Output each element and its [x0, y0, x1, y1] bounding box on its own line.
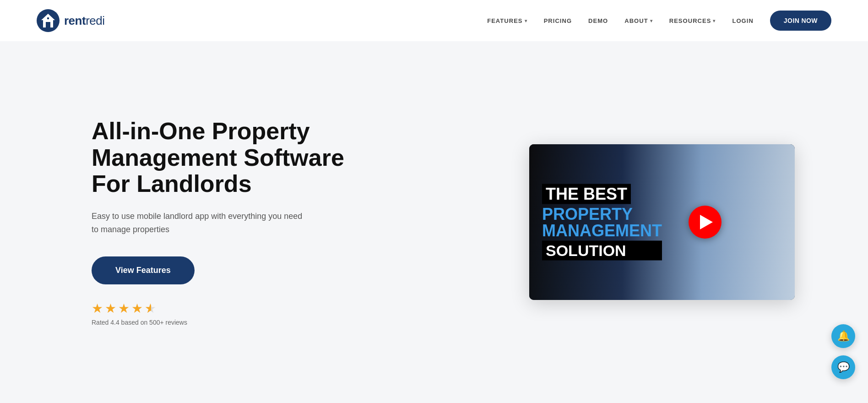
video-text-overlay: THE BEST PROPERTY MANAGEMENT SOLUTION	[542, 184, 662, 261]
header: rentredi FEATURES ▾ PRICING DEMO ABOUT ▾…	[0, 0, 868, 41]
nav-item-login[interactable]: LOGIN	[732, 17, 753, 24]
logo-icon	[37, 9, 60, 32]
hero-video[interactable]: THE BEST PROPERTY MANAGEMENT SOLUTION	[529, 144, 795, 300]
nav-item-features[interactable]: FEATURES ▾	[487, 17, 527, 24]
rating-text: Rated 4.4 based on 500+ reviews	[92, 319, 348, 326]
star-2: ★	[105, 301, 116, 316]
video-thumbnail[interactable]: THE BEST PROPERTY MANAGEMENT SOLUTION	[529, 144, 795, 300]
main-nav: FEATURES ▾ PRICING DEMO ABOUT ▾ RESOURCE…	[487, 11, 831, 31]
star-3: ★	[118, 301, 130, 316]
notification-float-button[interactable]: 🔔	[831, 324, 855, 348]
hero-subtext: Easy to use mobile landlord app with eve…	[92, 210, 311, 236]
video-line4: SOLUTION	[542, 241, 662, 261]
video-line3: MANAGEMENT	[542, 223, 662, 239]
chat-icon: 💬	[837, 361, 850, 373]
nav-item-demo[interactable]: DEMO	[588, 17, 608, 24]
play-icon	[700, 215, 713, 229]
chat-float-button[interactable]: 💬	[831, 355, 855, 379]
hero-heading: All-in-One Property Management Software …	[92, 118, 348, 197]
star-half: ★	[145, 301, 156, 316]
logo-text: rentredi	[64, 14, 104, 28]
view-features-button[interactable]: View Features	[92, 256, 195, 284]
chevron-down-icon: ▾	[525, 18, 527, 23]
svg-rect-3	[47, 17, 49, 19]
video-line2: PROPERTY	[542, 206, 662, 223]
svg-rect-2	[46, 22, 50, 27]
video-play-button[interactable]	[689, 206, 722, 239]
chevron-down-icon: ▾	[650, 18, 653, 23]
hero-section: All-in-One Property Management Software …	[0, 41, 868, 403]
nav-item-resources[interactable]: RESOURCES ▾	[669, 17, 716, 24]
star-4: ★	[131, 301, 143, 316]
rating-section: ★ ★ ★ ★ ★ Rated 4.4 based on 500+ review…	[92, 301, 348, 326]
star-rating: ★ ★ ★ ★ ★	[92, 301, 348, 316]
video-line1: THE BEST	[542, 184, 631, 204]
nav-item-about[interactable]: ABOUT ▾	[624, 17, 652, 24]
star-1: ★	[92, 301, 103, 316]
chevron-down-icon: ▾	[713, 18, 716, 23]
logo[interactable]: rentredi	[37, 9, 104, 32]
join-now-button[interactable]: JOIN NOW	[770, 11, 831, 31]
nav-item-pricing[interactable]: PRICING	[544, 17, 572, 24]
bell-icon: 🔔	[837, 330, 850, 342]
hero-content-left: All-in-One Property Management Software …	[92, 118, 348, 326]
